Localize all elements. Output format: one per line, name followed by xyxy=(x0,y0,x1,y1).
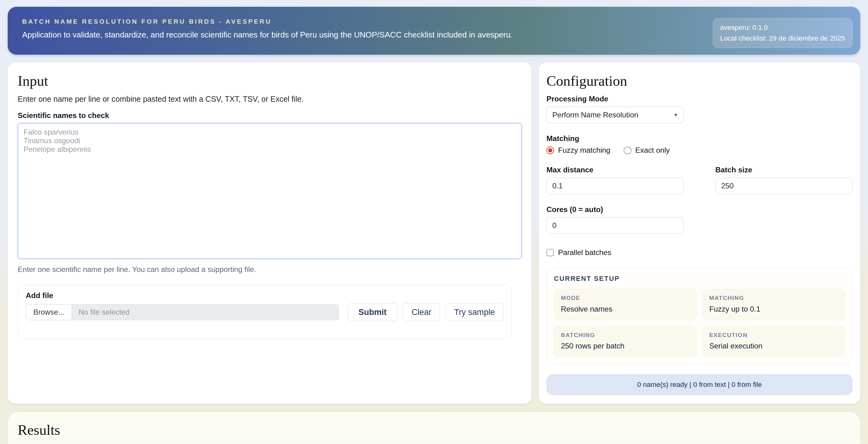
results-title: Results xyxy=(18,421,850,438)
page: BATCH NAME RESOLUTION FOR PERU BIRDS - A… xyxy=(0,0,868,444)
input-panel-title: Input xyxy=(18,72,522,89)
distance-batch-row: Max distance Batch size xyxy=(547,166,852,194)
setup-item-label: MODE xyxy=(561,295,690,301)
setup-item-matching: MATCHING Fuzzy up to 0.1 xyxy=(702,289,845,320)
setup-item-value: Fuzzy up to 0.1 xyxy=(709,305,838,313)
names-ready-status: 0 name(s) ready | 0 from text | 0 from f… xyxy=(547,374,852,395)
clear-button[interactable]: Clear xyxy=(403,303,440,321)
version-badge: avesperu: 0.1.0 Local checklist: 29 de d… xyxy=(713,18,852,48)
scientific-names-textarea[interactable] xyxy=(18,123,522,259)
max-distance-label: Max distance xyxy=(547,166,684,174)
file-upload-input[interactable]: Browse... No file selected xyxy=(26,304,339,320)
file-row: Browse... No file selected Submit Clear … xyxy=(26,303,504,321)
fuzzy-matching-radio[interactable]: Fuzzy matching xyxy=(547,146,610,155)
matching-section: Matching Fuzzy matching Exact only xyxy=(547,134,852,155)
app-header-banner: BATCH NAME RESOLUTION FOR PERU BIRDS - A… xyxy=(8,7,860,55)
batch-size-input[interactable] xyxy=(715,178,852,194)
setup-item-execution: EXECUTION Serial execution xyxy=(702,326,845,357)
parallel-batches-checkbox-row[interactable]: Parallel batches xyxy=(547,248,852,257)
action-buttons: Submit Clear Try sample xyxy=(348,303,504,321)
version-line: avesperu: 0.1.0 xyxy=(720,23,845,33)
current-setup-card: CURRENT SETUP MODE Resolve names MATCHIN… xyxy=(547,268,852,365)
file-name-placeholder: No file selected xyxy=(72,304,339,320)
batch-size-label: Batch size xyxy=(715,166,852,174)
max-distance-input[interactable] xyxy=(547,178,684,194)
setup-item-value: Resolve names xyxy=(561,305,690,313)
fuzzy-matching-label: Fuzzy matching xyxy=(558,146,610,155)
setup-item-label: EXECUTION xyxy=(709,332,838,339)
setup-item-value: 250 rows per batch xyxy=(561,342,690,350)
exact-only-radio[interactable]: Exact only xyxy=(624,146,670,155)
current-setup-grid: MODE Resolve names MATCHING Fuzzy up to … xyxy=(554,289,845,357)
names-label: Scientific names to check xyxy=(18,111,522,120)
browse-button[interactable]: Browse... xyxy=(26,304,72,320)
cores-input[interactable] xyxy=(547,217,684,234)
max-distance-field: Max distance xyxy=(547,166,684,194)
names-helper-text: Enter one scientific name per line. You … xyxy=(18,265,522,274)
setup-item-label: MATCHING xyxy=(709,295,838,301)
processing-mode-select[interactable]: Perform Name Resolution ▼ xyxy=(547,107,684,123)
setup-item-value: Serial execution xyxy=(709,342,838,350)
radio-unselected-icon[interactable] xyxy=(624,146,631,154)
exact-only-label: Exact only xyxy=(635,146,670,155)
input-panel-description: Enter one name per line or combine paste… xyxy=(18,95,522,104)
checklist-date-line: Local checklist: 29 de diciembre de 2025 xyxy=(720,33,845,44)
checkbox-unchecked-icon[interactable] xyxy=(547,249,554,256)
submit-button[interactable]: Submit xyxy=(348,303,398,321)
configuration-title: Configuration xyxy=(547,72,852,89)
cores-field: Cores (0 = auto) xyxy=(547,205,852,234)
results-panel: Results Review rows with `match_type = f… xyxy=(8,412,860,444)
current-setup-title: CURRENT SETUP xyxy=(554,275,845,283)
batch-size-field: Batch size xyxy=(715,166,852,194)
radio-selected-icon[interactable] xyxy=(547,146,554,154)
chevron-down-icon: ▼ xyxy=(673,112,678,117)
matching-radio-group: Fuzzy matching Exact only xyxy=(547,146,852,155)
cores-label: Cores (0 = auto) xyxy=(547,205,852,214)
processing-mode-value: Perform Name Resolution xyxy=(552,111,638,119)
main-row: Input Enter one name per line or combine… xyxy=(8,62,860,404)
configuration-panel: Configuration Processing Mode Perform Na… xyxy=(539,62,860,404)
setup-item-mode: MODE Resolve names xyxy=(554,289,697,320)
matching-label: Matching xyxy=(547,134,852,143)
setup-item-batching: BATCHING 250 rows per batch xyxy=(554,326,697,357)
processing-mode-label: Processing Mode xyxy=(547,95,852,103)
add-file-card: Add file Browse... No file selected Subm… xyxy=(18,284,512,339)
input-panel: Input Enter one name per line or combine… xyxy=(8,62,531,404)
try-sample-button[interactable]: Try sample xyxy=(445,303,504,321)
parallel-batches-label: Parallel batches xyxy=(558,248,611,257)
add-file-label: Add file xyxy=(26,291,504,300)
setup-item-label: BATCHING xyxy=(561,332,690,339)
